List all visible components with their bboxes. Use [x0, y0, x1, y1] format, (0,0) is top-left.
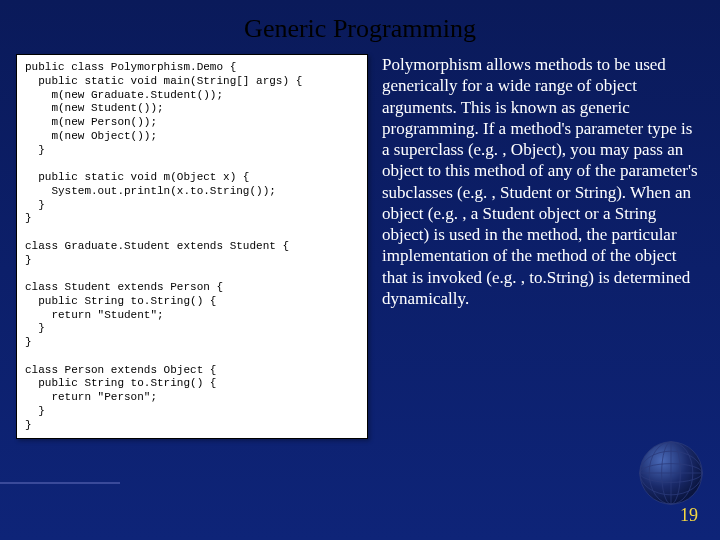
content-area: public class Polymorphism.Demo { public … — [0, 54, 720, 439]
code-block: public class Polymorphism.Demo { public … — [16, 54, 368, 439]
body-paragraph: Polymorphism allows methods to be used g… — [382, 54, 704, 439]
page-number: 19 — [680, 505, 698, 526]
slide: Generic Programming public class Polymor… — [0, 0, 720, 540]
slide-title: Generic Programming — [0, 0, 720, 54]
globe-icon — [632, 434, 710, 512]
divider-line — [0, 482, 120, 484]
